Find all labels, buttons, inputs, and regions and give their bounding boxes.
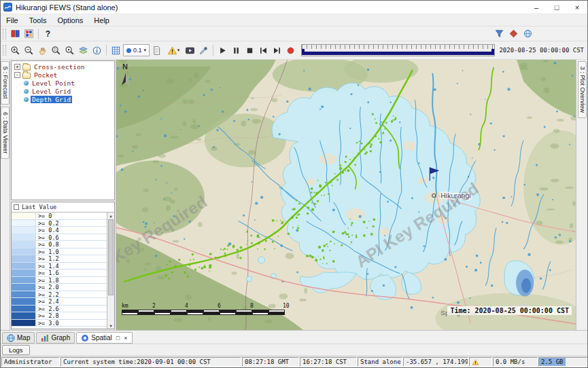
tree-item[interactable]: -Pocket [12,71,114,79]
time-slider-range[interactable] [302,52,494,55]
status-text: -35.657 , 174.199 [406,358,468,365]
filter-button[interactable] [493,27,506,40]
status-text: 2.5 GB [541,358,564,365]
close-button[interactable]: × [567,1,587,14]
grid-display-button[interactable] [109,44,122,57]
animation-button[interactable] [184,44,196,57]
current-timestep-label: 2020-08-25 00:00:00 CST [499,47,584,54]
pause-button[interactable] [230,44,243,57]
last-value-checkbox[interactable] [14,204,19,210]
legend-swatch [12,306,36,312]
last-frame-button[interactable] [271,44,283,57]
legend-header: Last Value [12,202,114,213]
status-text: Current system time:2020-09-01 00:00 CST [63,358,211,365]
close-view-icon[interactable]: × [124,335,127,342]
node-dot-icon [24,81,29,86]
play-icon [218,45,228,56]
legend-row: >= 1.4 [12,263,107,270]
maximize-button[interactable]: □ [547,1,567,14]
side-tab[interactable]: 3 : Plot Overview [578,61,587,118]
toolbar-drag-handle[interactable] [3,45,6,56]
diamond-icon [508,29,519,39]
side-tab[interactable]: 6 : Data Viewer [1,107,10,159]
view-tab-graph[interactable]: Graph [36,332,75,344]
tree-expander[interactable]: - [14,72,20,78]
menu-bar: FileToolsOptionsHelp [1,14,587,26]
info-button[interactable] [90,44,103,57]
menu-options[interactable]: Options [52,16,88,24]
menu-file[interactable]: File [1,16,24,24]
legend-swatch [12,277,36,284]
scroll-down-icon[interactable]: ▼ [107,323,114,329]
legend-row: >= 0.2 [12,220,107,227]
legend-row-label: >= 0.6 [36,234,59,241]
status-user: Administrator [1,357,60,367]
threshold-dropdown[interactable]: 0.1 ▾ [123,44,150,56]
logs-button[interactable]: Logs [2,345,30,355]
pause-icon [231,45,241,56]
left-panel: +Cross-section-PocketLevel PointLevel Gr… [10,60,116,330]
left-tab-strip: 5 : Forecast6 : Data Viewer [1,60,10,330]
map-canvas[interactable]: Hikurangi Springs Flat API Key Required … [116,60,576,330]
scale-unit-label: km [122,303,128,309]
database-button[interactable] [9,27,22,40]
view-tab-spatial[interactable]: Spatial□× [76,332,132,344]
matrix-display-button[interactable] [22,27,35,40]
scale-tick-label: 6 [218,303,221,309]
scroll-up-icon[interactable]: ▲ [107,213,114,219]
tree-item[interactable]: Level Grid [12,87,114,95]
tree-item[interactable]: +Cross-section [12,62,114,71]
filter-tree: +Cross-section-PocketLevel PointLevel Gr… [11,60,115,200]
profile-document-button[interactable] [150,44,163,57]
view-tab-map[interactable]: Map [2,332,35,344]
time-slider[interactable] [301,44,495,56]
web-button[interactable] [521,27,534,40]
bottom-tab-bar: MapGraphSpatial□× [1,330,587,344]
first-frame-icon [258,45,269,56]
view-tab-label: Spatial [91,334,112,342]
point-icon [126,48,131,53]
first-frame-button[interactable] [257,44,270,57]
zoom-extent-button[interactable] [63,44,76,57]
toolbar-drag-handle[interactable] [3,29,6,39]
grid-icon [111,45,121,56]
warning-dropdown-button[interactable]: ▾ [164,44,183,57]
scale-labels: km 246810 [122,303,293,310]
maximize-view-icon[interactable]: □ [116,335,120,342]
time-slider-end-handle[interactable] [491,49,494,55]
zoom-box-button[interactable] [50,44,63,57]
document-icon [152,45,162,56]
minimize-button[interactable]: – [526,1,547,14]
status-rate: 0.0 MB/s [493,357,538,367]
dropper-icon [198,45,209,56]
record-button[interactable] [284,44,297,57]
legend-swatch [12,298,36,305]
tree-item[interactable]: Depth Grid [12,95,114,103]
folder-icon [22,65,31,71]
status-warning [469,357,492,367]
menu-tools[interactable]: Tools [24,16,52,24]
play-button[interactable] [216,44,229,57]
stop-button[interactable] [243,44,256,57]
legend-scrollbar[interactable]: ▲ ▼ [107,213,114,329]
layers-icon [78,45,88,56]
time-slider-start-handle[interactable] [302,49,305,55]
layers-button[interactable] [77,44,90,57]
dropper-button[interactable] [197,44,210,57]
zoom-out-button[interactable] [22,44,35,57]
status-local-time: 16:27:18 CST [300,357,357,367]
legend-row-label: >= 0.2 [36,220,59,227]
caret-down-icon: ▾ [144,48,147,53]
tree-item[interactable]: Level Point [12,79,114,87]
tool-diamond-button[interactable] [507,27,520,40]
legend-row: >= 3.0 [12,320,107,327]
side-tab[interactable]: 5 : Forecast [1,61,10,105]
scrollbar-thumb[interactable] [108,219,114,295]
threshold-value: 0.1 [133,47,142,54]
zoom-in-button[interactable] [9,44,22,57]
help-button[interactable]: ? [41,27,54,40]
legend-row-label: >= 0.8 [36,241,59,248]
tree-expander[interactable]: + [14,64,20,70]
pan-button[interactable] [36,44,49,57]
menu-help[interactable]: Help [88,16,115,24]
